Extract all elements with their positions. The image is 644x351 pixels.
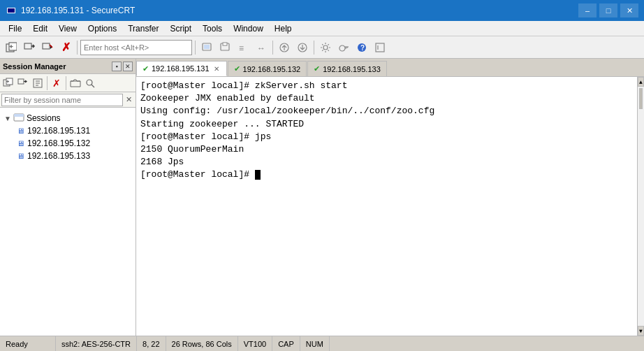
sidebar-sep-2	[66, 76, 66, 90]
terminal-lines: [root@Master local]# zkServer.sh start Z…	[140, 80, 640, 182]
menu-window[interactable]: Window	[228, 21, 269, 36]
separator-4	[314, 41, 314, 55]
sessions-group: ▼ Sessions 🖥 192.168.195.131 🖥 192.168.1…	[0, 110, 136, 164]
toolbar-btn-5[interactable]	[198, 39, 215, 56]
help-button[interactable]: ?	[353, 39, 370, 56]
sidebar-header: Session Manager ▪ ✕	[0, 59, 136, 74]
sidebar-close-button[interactable]: ✕	[123, 62, 133, 71]
list-item[interactable]: 🖥 192.168.195.132	[3, 137, 133, 150]
svg-text:?: ?	[360, 44, 365, 52]
session-item-3: 192.168.195.133	[27, 151, 90, 161]
status-num: NUM	[300, 336, 330, 351]
svg-rect-25	[376, 43, 384, 52]
status-caps: CAP	[272, 336, 300, 351]
status-encryption: ssh2: AES-256-CTR	[56, 336, 137, 351]
sidebar-filter-bar: ✕	[0, 92, 136, 108]
titlebar: 192.168.195.131 - SecureCRT – □ ✕	[0, 0, 644, 21]
terminal-output[interactable]: [root@Master local]# zkServer.sh start Z…	[136, 77, 644, 336]
key-button[interactable]	[335, 39, 352, 56]
scroll-up-button[interactable]: ▲	[638, 77, 644, 87]
sidebar-sep-1	[47, 76, 47, 90]
maximize-button[interactable]: □	[599, 3, 617, 17]
tab-2[interactable]: ✔ 192.168.195.133	[307, 61, 387, 76]
tab-label-1: 192.168.195.132	[243, 65, 301, 73]
list-item[interactable]: 🖥 192.168.195.133	[3, 150, 133, 162]
menu-help[interactable]: Help	[269, 21, 298, 36]
terminal-scrollbar[interactable]: ▲ ▼	[637, 77, 644, 336]
settings-button[interactable]	[317, 39, 334, 56]
toolbar-btn-9[interactable]	[276, 39, 293, 56]
sidebar-toolbar: ✗	[0, 74, 136, 92]
svg-text:↔: ↔	[257, 43, 265, 53]
scroll-down-button[interactable]: ▼	[638, 326, 644, 336]
terminal-area: ✔ 192.168.195.131 ✕ ✔ 192.168.195.132 ✔ …	[136, 59, 644, 336]
close-button[interactable]: ✕	[620, 3, 638, 17]
connect-button[interactable]	[21, 39, 38, 56]
menu-options[interactable]: Options	[82, 21, 122, 36]
menu-view[interactable]: View	[53, 21, 82, 36]
svg-text:≡: ≡	[239, 43, 244, 53]
svg-rect-13	[223, 43, 227, 45]
new-session-button[interactable]	[3, 39, 20, 56]
session-icon-3: 🖥	[17, 152, 24, 160]
menu-script[interactable]: Script	[164, 21, 197, 36]
tab-label-0: 192.168.195.131	[152, 64, 210, 73]
svg-rect-8	[43, 43, 50, 49]
disconnect-button[interactable]	[39, 39, 56, 56]
app-icon	[6, 5, 17, 16]
sidebar-properties-button[interactable]	[31, 76, 45, 90]
session-icon-1: 🖥	[17, 127, 24, 135]
menu-edit[interactable]: Edit	[27, 21, 53, 36]
svg-point-36	[87, 80, 92, 85]
tab-label-2: 192.168.195.133	[323, 65, 381, 73]
tab-0[interactable]: ✔ 192.168.195.131 ✕	[136, 61, 227, 76]
session-filter-input[interactable]	[1, 94, 123, 106]
scroll-thumb[interactable]	[639, 88, 643, 109]
toolbar: ✗ ≡ ↔ ?	[0, 36, 644, 59]
list-item[interactable]: 🖥 192.168.195.131	[3, 124, 133, 137]
sidebar-float-button[interactable]: ▪	[112, 62, 122, 71]
toolbar-btn-10[interactable]	[294, 39, 311, 56]
separator-3	[272, 41, 273, 55]
tab-close-0[interactable]: ✕	[212, 65, 221, 73]
separator-1	[77, 41, 78, 55]
toolbar-btn-6[interactable]	[217, 39, 233, 56]
status-vt100: VT100	[238, 336, 272, 351]
sidebar-title: Session Manager	[3, 62, 112, 71]
reconnect-button[interactable]: ✗	[57, 39, 74, 56]
svg-point-18	[323, 45, 328, 50]
svg-rect-7	[24, 43, 31, 49]
status-position: 8, 22	[137, 336, 166, 351]
sidebar-newfolder-button[interactable]	[68, 76, 82, 90]
sessions-label: Sessions	[27, 113, 61, 123]
sidebar-search-button[interactable]	[83, 76, 97, 90]
statusbar: Ready ssh2: AES-256-CTR 8, 22 26 Rows, 8…	[0, 336, 644, 351]
separator-2	[195, 41, 196, 55]
toolbar-btn-13[interactable]	[372, 39, 388, 56]
menu-tools[interactable]: Tools	[197, 21, 228, 36]
sessions-arrow: ▼	[4, 115, 11, 122]
minimize-button[interactable]: –	[578, 3, 597, 17]
menu-transfer[interactable]: Transfer	[122, 21, 164, 36]
host-input[interactable]	[80, 40, 192, 55]
tab-check-icon-1: ✔	[234, 64, 240, 73]
sidebar-new-button[interactable]	[1, 76, 15, 90]
window-title: 192.168.195.131 - SecureCRT	[21, 6, 578, 15]
sidebar: Session Manager ▪ ✕ ✗	[0, 59, 136, 336]
svg-point-19	[339, 45, 345, 51]
sidebar-connect-button[interactable]	[16, 76, 30, 90]
sidebar-delete-button[interactable]: ✗	[50, 76, 64, 90]
tab-bar: ✔ 192.168.195.131 ✕ ✔ 192.168.195.132 ✔ …	[136, 59, 644, 77]
session-item-2: 192.168.195.132	[27, 138, 90, 148]
tab-1[interactable]: ✔ 192.168.195.132	[228, 61, 307, 76]
tab-check-icon-2: ✔	[314, 64, 320, 73]
menubar: File Edit View Options Transfer Script T…	[0, 21, 644, 36]
menu-file[interactable]: File	[3, 21, 27, 36]
session-item-1: 192.168.195.131	[27, 126, 90, 136]
filter-close-button[interactable]: ✕	[123, 94, 134, 106]
sessions-group-header[interactable]: ▼ Sessions	[3, 112, 133, 124]
toolbar-btn-8[interactable]: ↔	[253, 39, 270, 56]
svg-line-37	[92, 85, 94, 87]
session-tree: ▼ Sessions 🖥 192.168.195.131 🖥 192.168.1…	[0, 108, 136, 336]
toolbar-btn-7[interactable]: ≡	[235, 39, 251, 56]
